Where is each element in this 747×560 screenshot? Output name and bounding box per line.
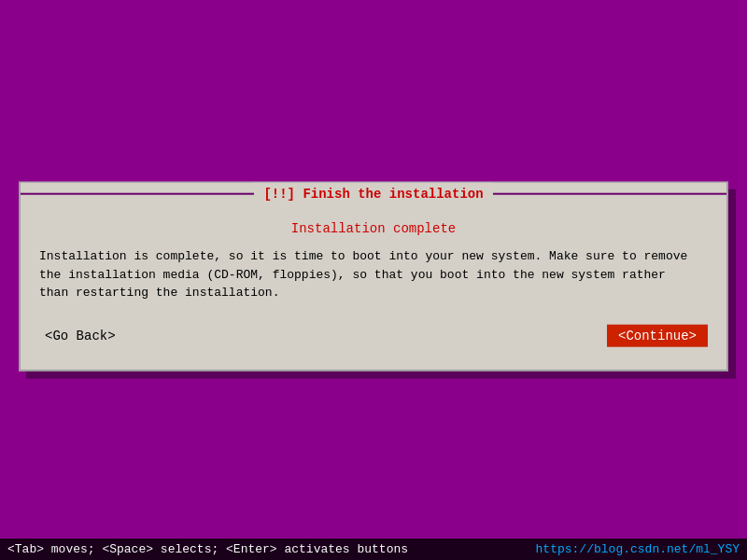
dialog-title: [!!] Finish the installation <box>254 183 492 205</box>
installation-complete-label: Installation complete <box>39 221 708 236</box>
go-back-button[interactable]: <Go Back> <box>39 326 121 344</box>
dialog-container: [!!] Finish the installation Installatio… <box>19 182 728 371</box>
desktop: [!!] Finish the installation Installatio… <box>0 0 747 560</box>
titlebar-line-right <box>493 193 726 195</box>
statusbar: <Tab> moves; <Space> selects; <Enter> ac… <box>0 539 747 560</box>
statusbar-left-text: <Tab> moves; <Space> selects; <Enter> ac… <box>7 542 408 556</box>
statusbar-right-text: https://blog.csdn.net/ml_YSY <box>536 542 740 556</box>
dialog: [!!] Finish the installation Installatio… <box>19 182 728 371</box>
titlebar-line-left <box>21 193 254 195</box>
continue-button[interactable]: <Continue> <box>607 324 708 346</box>
dialog-titlebar: [!!] Finish the installation <box>21 183 726 205</box>
dialog-shadow: [!!] Finish the installation Installatio… <box>19 182 728 371</box>
dialog-body: Installation complete Installation is co… <box>21 206 726 370</box>
dialog-buttons: <Go Back> <Continue> <box>39 320 708 350</box>
dialog-message: Installation is complete, so it is time … <box>39 247 708 302</box>
